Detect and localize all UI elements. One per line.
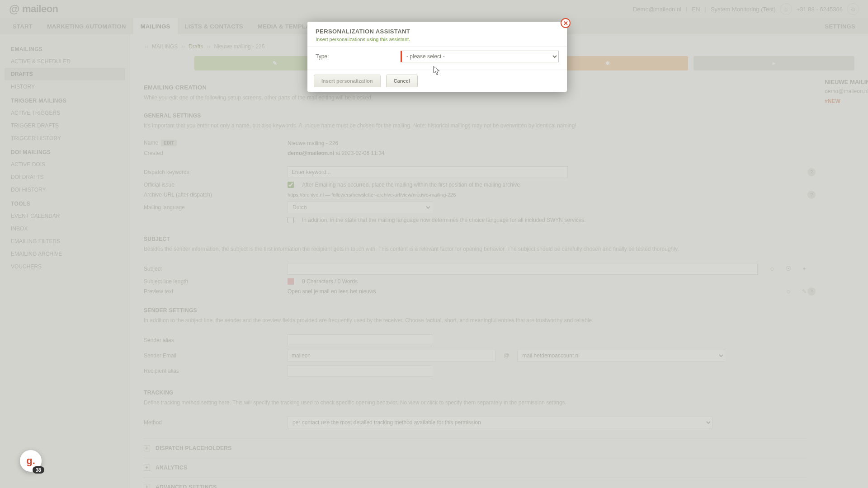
personalization-modal: ✕ PERSONALIZATION ASSISTANT Insert perso… bbox=[307, 22, 567, 92]
modal-title: PERSONALIZATION ASSISTANT bbox=[316, 28, 559, 35]
insert-personalization-button[interactable]: Insert personalization bbox=[314, 75, 381, 87]
chat-icon[interactable]: g. 38 bbox=[20, 450, 42, 472]
close-icon[interactable]: ✕ bbox=[561, 18, 571, 28]
chat-widget[interactable]: g. 38 bbox=[20, 450, 42, 472]
cancel-button[interactable]: Cancel bbox=[386, 75, 418, 87]
chat-glyph: g. bbox=[26, 455, 35, 467]
cursor-icon bbox=[433, 66, 441, 76]
chat-badge: 38 bbox=[33, 466, 44, 474]
type-label: Type: bbox=[316, 53, 392, 60]
type-select[interactable]: - please select - bbox=[401, 51, 559, 62]
modal-subtitle: Insert personalizations using this assis… bbox=[316, 37, 559, 42]
